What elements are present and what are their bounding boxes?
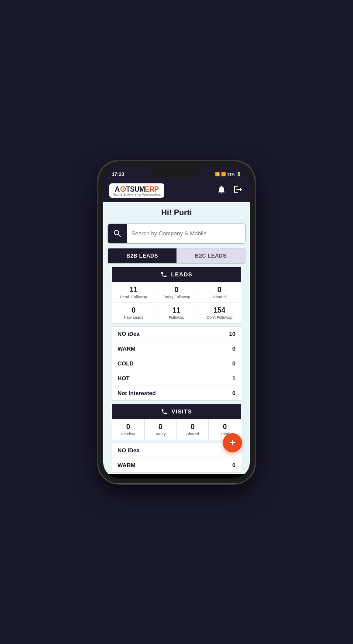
leads-title: LEADS [171,271,192,278]
notch [150,166,203,178]
stat-pending-visits: 0 Pending [112,420,145,440]
cat-cold-leads-label: COLD [118,360,134,367]
cat-warm-leads-label: WARM [118,345,135,352]
bell-icon [217,185,226,194]
cat-no-idea-leads-count: 10 [229,331,235,337]
cat-no-idea-leads-label: NO iDea [118,331,140,337]
logo-text: A⊙TSUMERP [115,185,159,193]
cat-cold-leads-count: 0 [232,360,235,367]
cat-warm-leads-count: 0 [232,345,235,352]
stat-shared-visits: 0 Shared [177,420,209,440]
leads-categories: NO iDea 10 WARM 0 COLD 0 HOT [112,326,241,401]
visits-stats-grid: 0 Pending 0 Today 0 Shared [112,419,241,440]
cat-no-idea-leads[interactable]: NO iDea 10 [112,327,241,341]
signal-icon: 📶 [221,172,226,176]
tab-b2b[interactable]: B2B LEADS [108,248,176,263]
cat-warm-visits-label: WARM [118,462,135,468]
cat-hot-leads-label: HOT [118,375,129,382]
visits-stats-row: 0 Pending 0 Today 0 Shared [112,420,241,440]
spacer [103,401,250,404]
wifi-icon: 📶 [215,172,220,176]
cat-no-idea-visits-label: NO iDea [118,447,140,454]
stat-followup: 11 Followup [155,303,198,323]
leads-stats-row-2: 0 New Leads 11 Followup 154 Don't Follow… [112,303,241,323]
leads-stats-row-1: 11 Pend. Followup 0 Today Followup 0 Sha… [112,282,241,303]
search-icon-box [108,224,127,243]
logout-button[interactable] [232,184,244,197]
cat-not-interested-label: Not Interested [118,390,156,396]
header-actions [216,184,244,197]
fab-add-button[interactable]: + [223,433,242,452]
search-icon [113,229,122,238]
notifications-button[interactable] [216,184,227,197]
phone-frame: 17:23 📶 📶 31% 🔋 A⊙TSUMERP Textile Softwa… [98,161,255,484]
search-bar[interactable] [107,224,246,244]
logout-icon [233,185,243,194]
cat-warm-leads[interactable]: WARM 0 [112,341,241,356]
status-time: 17:23 [112,172,124,177]
visits-header: VISITS [112,404,241,419]
status-icons: 📶 📶 31% 🔋 [215,172,241,176]
cat-hot-leads[interactable]: HOT 1 [112,371,241,386]
app-header: A⊙TSUMERP Textile Software for Wholesale… [103,180,250,202]
version-text: Version : 1.0.4 [107,473,246,474]
stat-pend-followup: 11 Pend. Followup [112,282,155,303]
app-logo: A⊙TSUMERP Textile Software for Wholesale… [109,183,164,198]
search-input[interactable] [127,230,245,237]
tab-b2c[interactable]: B2C LEADS [176,248,245,263]
visits-title: VISITS [171,408,192,415]
leads-tabs: B2B LEADS B2C LEADS [107,248,246,264]
cat-cold-leads[interactable]: COLD 0 [112,356,241,371]
stat-today-followup: 0 Today Followup [155,282,198,303]
cat-no-idea-visits[interactable]: NO iDea [112,443,241,458]
cat-hot-leads-count: 1 [232,375,235,382]
cat-warm-visits[interactable]: WARM 0 [112,458,241,472]
leads-stats-grid: 11 Pend. Followup 0 Today Followup 0 Sha… [112,282,241,324]
cat-warm-visits-count: 0 [232,462,235,468]
battery-icon: 🔋 [236,172,241,176]
phone-icon [160,271,167,278]
main-content: Hi! Purti B2B LEADS B2C LEADS [103,202,250,474]
logo-subtitle: Textile Software for Wholesalers [113,193,161,196]
visits-categories: NO iDea WARM 0 [112,443,241,473]
battery-text: 31% [227,172,235,176]
cat-not-interested-count: 0 [232,390,235,396]
stat-shared: 0 Shared [198,282,241,303]
leads-section: LEADS 11 Pend. Followup 0 Today Followup [107,267,246,401]
screen: Hi! Purti B2B LEADS B2C LEADS [103,202,250,474]
cat-not-interested-leads[interactable]: Not Interested 0 [112,386,241,400]
stat-today-visits: 0 Today [145,420,177,440]
phone-icon-visits [161,408,168,415]
phone-screen: 17:23 📶 📶 31% 🔋 A⊙TSUMERP Textile Softwa… [103,166,250,479]
stat-dont-followup: 154 Don't Followup [198,303,241,323]
leads-header: LEADS [112,267,241,282]
stat-new-leads: 0 New Leads [112,303,155,323]
greeting: Hi! Purti [103,202,250,222]
